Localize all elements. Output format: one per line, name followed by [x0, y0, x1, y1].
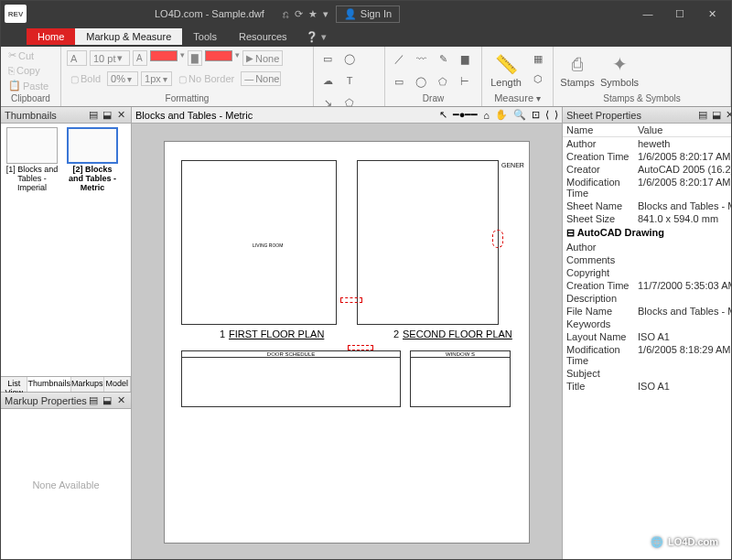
draw-freehand-icon[interactable]: ✎	[433, 48, 453, 69]
draw-poly-icon[interactable]: ⬠	[433, 71, 453, 92]
next-icon[interactable]: ⟩	[554, 109, 558, 121]
markup-pin-icon[interactable]: ⬓	[101, 394, 113, 406]
home-icon[interactable]: ⌂	[483, 110, 490, 121]
bold-button[interactable]: ▢ Bold	[67, 71, 104, 86]
app-logo[interactable]: REV	[5, 5, 27, 23]
prop-row[interactable]: Creation Time11/7/2000 5:35:03 AM	[563, 279, 732, 292]
group-stamps-label: Stamps & Symbols	[557, 92, 727, 104]
titlebar: REV LO4D.com - Sample.dwf ⎌ ⟳ ★ ▾ 👤 Sign…	[1, 1, 731, 27]
thumbnail-1[interactable]: [1] Blocks and Tables - Imperial	[5, 127, 59, 221]
prop-section[interactable]: ⊟ AutoCAD Drawing	[563, 225, 732, 241]
size-dropdown[interactable]: 10 pt▾	[90, 50, 130, 66]
props-pin-icon[interactable]: ⬓	[710, 109, 723, 121]
symbols-button[interactable]: ✦ Symbols	[599, 48, 640, 92]
draw-polyline-icon[interactable]: 〰	[411, 48, 431, 69]
panel-opts-icon[interactable]: ▤	[87, 109, 100, 121]
prop-row[interactable]: Keywords	[563, 318, 732, 330]
tab-resources[interactable]: Resources	[228, 28, 298, 45]
lefttab-model[interactable]: Model	[104, 377, 131, 392]
markup-opts-icon[interactable]: ▤	[87, 394, 100, 406]
prop-row[interactable]: TitleISO A1	[563, 380, 732, 393]
qat-icon-4[interactable]: ▾	[323, 8, 328, 20]
maximize-button[interactable]: ☐	[664, 5, 695, 23]
select-tool-icon[interactable]: ↖	[439, 109, 447, 121]
group-draw-label: Draw	[389, 92, 478, 104]
ribbon-tabs: Home Markup & Measure Tools Resources ❔ …	[1, 27, 731, 47]
tab-home[interactable]: Home	[27, 28, 75, 45]
drawing-sheet: 1 FIRST FLOOR PLAN 2 SECOND FLOOR PLAN G…	[164, 141, 530, 544]
prop-row[interactable]: Author	[563, 241, 732, 253]
props-close-icon[interactable]: ✕	[724, 109, 732, 121]
prop-row[interactable]: Comments	[563, 253, 732, 266]
prev-icon[interactable]: ⟨	[545, 109, 549, 121]
panel-pin-icon[interactable]: ⬓	[101, 109, 113, 121]
draw-highlight-icon[interactable]: ▆	[455, 48, 475, 69]
workspace: Thumbnails ▤ ⬓ ✕ [1] Blocks and Tables -…	[1, 107, 731, 560]
floor-plan-2	[357, 160, 499, 325]
thumb-image-2	[67, 127, 118, 164]
markup-2[interactable]	[492, 230, 503, 248]
measure-area-icon[interactable]: ▦	[528, 48, 548, 69]
callout-rect-icon[interactable]: ▭	[318, 48, 338, 69]
callout-oval-icon[interactable]: ◯	[339, 48, 360, 69]
noborder-button[interactable]: ▢ No Border	[175, 71, 238, 86]
qat-icon-2[interactable]: ⟳	[295, 8, 303, 20]
slider-icon[interactable]: ━●━━	[453, 109, 479, 121]
prop-row[interactable]: Subject	[563, 367, 732, 380]
qat-icon-1[interactable]: ⎌	[283, 8, 289, 20]
panel-close-icon[interactable]: ✕	[114, 109, 127, 121]
symbols-icon: ✦	[612, 53, 628, 75]
prop-row[interactable]: Modification Time1/6/2005 8:20:17 AM	[563, 176, 732, 199]
tab-markup-measure[interactable]: Markup & Measure	[75, 28, 182, 45]
lineweight-dropdown[interactable]: 1px▾	[141, 71, 172, 86]
prop-row[interactable]: File NameBlocks and Tables - M	[563, 305, 732, 318]
thumbnail-2[interactable]: [2] Blocks and Tables - Metric	[65, 127, 120, 221]
cut-button[interactable]: ✂Cut	[5, 48, 57, 62]
prop-row[interactable]: Sheet NameBlocks and Tables - M	[563, 199, 732, 212]
prop-row[interactable]: CreatorAutoCAD 2005 (16.2)	[563, 163, 732, 176]
markup-1[interactable]	[340, 297, 362, 303]
zoomext-icon[interactable]: ⊡	[532, 109, 540, 121]
opacity-dropdown[interactable]: 0%▾	[107, 71, 138, 86]
sign-in-button[interactable]: 👤 Sign In	[336, 5, 400, 23]
close-button[interactable]: ✕	[696, 5, 727, 23]
pan-icon[interactable]: ✋	[495, 109, 508, 121]
canvas[interactable]: 1 FIRST FLOOR PLAN 2 SECOND FLOOR PLAN G…	[132, 124, 562, 560]
tab-tools[interactable]: Tools	[182, 28, 228, 45]
help-icon[interactable]: ❔ ▾	[306, 31, 327, 43]
draw-rect-icon[interactable]: ▭	[389, 71, 409, 92]
draw-line-icon[interactable]: ／	[389, 48, 409, 69]
paste-button[interactable]: 📋Paste	[5, 79, 57, 92]
zoom-icon[interactable]: 🔍	[513, 109, 526, 121]
color-swatch-1[interactable]	[150, 50, 178, 61]
line-dropdown[interactable]: — None	[241, 71, 281, 86]
stamps-button[interactable]: ⎙ Stamps	[557, 48, 597, 92]
color-swatch-2[interactable]	[205, 50, 232, 61]
draw-ellipse-icon[interactable]: ◯	[411, 71, 431, 92]
measure-poly-icon[interactable]: ⬡	[528, 69, 548, 89]
length-button[interactable]: 📏 Length	[486, 48, 526, 92]
prop-row[interactable]: Modification Time1/6/2005 8:18:29 AM	[563, 343, 732, 367]
lefttab-markups[interactable]: Markups	[71, 377, 104, 392]
callout-text-icon[interactable]: T	[339, 70, 360, 91]
font-dropdown[interactable]: A	[67, 50, 87, 66]
qat-icon-3[interactable]: ★	[308, 8, 318, 20]
lefttab-thumbnails[interactable]: Thumbnails	[27, 377, 71, 392]
prop-row[interactable]: Description	[563, 292, 732, 305]
markup-3[interactable]	[348, 345, 373, 350]
callout-cloud-icon[interactable]: ☁	[318, 70, 338, 91]
fill-color-button[interactable]: ▇	[188, 50, 202, 66]
copy-button[interactable]: ⎘Copy	[5, 64, 57, 77]
font-color-button[interactable]: A	[133, 50, 147, 66]
minimize-button[interactable]: —	[632, 5, 663, 23]
prop-row[interactable]: Copyright	[563, 266, 732, 279]
lefttab-listview[interactable]: List View	[1, 377, 27, 392]
prop-row[interactable]: Creation Time1/6/2005 8:20:17 AM	[563, 150, 732, 163]
prop-row[interactable]: Sheet Size841.0 x 594.0 mm	[563, 212, 732, 225]
arrow-dropdown[interactable]: ▶ None	[242, 50, 283, 66]
prop-row[interactable]: Authorheweth	[563, 137, 732, 150]
markup-close-icon[interactable]: ✕	[114, 394, 127, 406]
props-opts-icon[interactable]: ▤	[696, 109, 709, 121]
draw-dim-icon[interactable]: ⊢	[455, 71, 475, 92]
prop-row[interactable]: Layout NameISO A1	[563, 330, 732, 343]
